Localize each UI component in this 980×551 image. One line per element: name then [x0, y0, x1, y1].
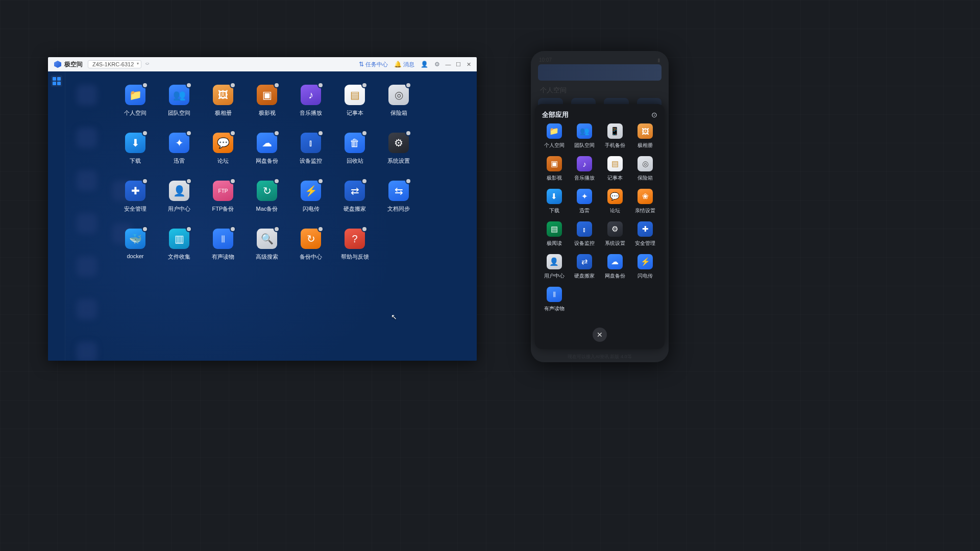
- bell-icon: 🔔: [394, 61, 402, 68]
- close-button[interactable]: ✕: [465, 61, 472, 68]
- phone-app-forum[interactable]: 💬论坛: [601, 189, 629, 214]
- brand-logo-icon: [54, 61, 61, 68]
- app-label: 闪电传: [638, 272, 653, 280]
- task-center-button[interactable]: ⇅ 任务中心: [359, 61, 388, 68]
- app-label: 团队空间: [574, 142, 595, 149]
- music-icon: ♪: [577, 156, 592, 171]
- flash-transfer-icon: ⚡: [638, 254, 653, 269]
- overlay-close-button[interactable]: ✕: [593, 328, 607, 342]
- badge-icon: [405, 130, 411, 136]
- app-xunlei[interactable]: ✦迅雷: [157, 132, 201, 179]
- app-cloud-backup[interactable]: ☁网盘备份: [245, 132, 289, 179]
- overlay-settings-button[interactable]: ⊙: [651, 111, 657, 119]
- app-label: 闪电传: [303, 205, 320, 213]
- phone-app-flash-transfer[interactable]: ⚡闪电传: [631, 254, 660, 280]
- app-settings[interactable]: ⚙系统设置: [377, 132, 421, 179]
- app-help[interactable]: ?帮助与反馈: [333, 228, 377, 274]
- app-search[interactable]: 🔍高级搜索: [245, 228, 289, 274]
- app-label: 安全管理: [635, 240, 655, 247]
- phone-app-album[interactable]: 🖼极相册: [631, 123, 660, 149]
- app-file-collect[interactable]: ▥文件收集: [157, 228, 201, 274]
- app-safe[interactable]: ◎保险箱: [377, 84, 421, 131]
- minimize-button[interactable]: —: [445, 61, 452, 67]
- app-download[interactable]: ⬇下载: [113, 132, 157, 179]
- app-monitor[interactable]: ⫾设备监控: [289, 132, 333, 179]
- team-folder-icon: 👥: [577, 123, 592, 139]
- app-label: Mac备份: [256, 205, 278, 213]
- app-user-center[interactable]: 👤用户中心: [157, 180, 201, 227]
- phone-app-phone-backup[interactable]: 📱手机备份: [601, 123, 629, 149]
- forum-icon: 💬: [607, 189, 623, 204]
- app-mac-backup[interactable]: ↻Mac备份: [245, 180, 289, 227]
- maximize-button[interactable]: ☐: [455, 61, 462, 68]
- transfer-icon: ⇅: [359, 61, 364, 68]
- wifi-icon: ⌔: [145, 61, 149, 68]
- flash-transfer-icon: ⚡: [301, 181, 321, 201]
- app-folder[interactable]: 📁个人空间: [113, 84, 157, 131]
- folder-icon: 📁: [547, 123, 562, 139]
- phone-mock: 10:07 ▮ 个人空间 全部应用 ⊙ 📁个人空间👥团队空间📱手机备份🖼极相册▣…: [531, 51, 669, 362]
- app-notes[interactable]: ▤记事本: [333, 84, 377, 131]
- messages-button[interactable]: 🔔 消息: [394, 61, 414, 68]
- phone-app-xunlei[interactable]: ✦迅雷: [571, 189, 599, 214]
- phone-app-reader[interactable]: ▤极阅读: [540, 221, 569, 247]
- ftp-icon: FTP: [213, 181, 233, 201]
- phone-app-disk-move[interactable]: ⇄硬盘搬家: [571, 254, 599, 280]
- phone-app-user-center[interactable]: 👤用户中心: [540, 254, 569, 280]
- app-backup-center[interactable]: ↻备份中心: [289, 228, 333, 274]
- phone-app-notes[interactable]: ▤记事本: [601, 156, 629, 182]
- app-music[interactable]: ♪音乐播放: [289, 84, 333, 131]
- app-label: 安全管理: [124, 205, 146, 213]
- apps-rail-button[interactable]: [51, 76, 62, 87]
- app-team-folder[interactable]: 👥团队空间: [157, 84, 201, 131]
- phone-app-monitor[interactable]: ⫾设备监控: [571, 221, 599, 247]
- app-label: 论坛: [217, 157, 229, 165]
- app-ftp[interactable]: FTPFTP备份: [201, 180, 245, 227]
- phone-app-audiobook[interactable]: ⦀有声读物: [540, 287, 569, 312]
- phone-app-folder[interactable]: 📁个人空间: [540, 123, 569, 149]
- monitor-icon: ⫾: [301, 133, 321, 153]
- app-label: 有声读物: [212, 253, 234, 261]
- phone-app-grid: 📁个人空间👥团队空间📱手机备份🖼极相册▣极影视♪音乐播放▤记事本◎保险箱⬇下载✦…: [540, 123, 659, 312]
- app-disk-move[interactable]: ⇄硬盘搬家: [333, 180, 377, 227]
- app-docker[interactable]: 🐳docker: [113, 228, 157, 274]
- phone-app-video[interactable]: ▣极影视: [540, 156, 569, 182]
- app-video[interactable]: ▣极影视: [245, 84, 289, 131]
- phone-app-cloud-backup[interactable]: ☁网盘备份: [601, 254, 629, 280]
- settings-icon: ⚙: [388, 133, 409, 153]
- forum-icon: 💬: [213, 133, 233, 153]
- phone-section-title: 个人空间: [540, 86, 567, 95]
- app-security[interactable]: ✚安全管理: [113, 180, 157, 227]
- messages-label: 消息: [403, 61, 414, 68]
- phone-app-download[interactable]: ⬇下载: [540, 189, 569, 214]
- app-label: 极影视: [259, 109, 276, 117]
- app-label: 音乐播放: [300, 109, 322, 117]
- phone-app-music[interactable]: ♪音乐播放: [571, 156, 599, 182]
- user-button[interactable]: 👤: [421, 61, 428, 68]
- phone-app-safe[interactable]: ◎保险箱: [631, 156, 660, 182]
- folder-icon: 📁: [125, 85, 145, 105]
- app-doc-sync[interactable]: ⇆文档同步: [377, 180, 421, 227]
- app-label: 网盘备份: [256, 157, 278, 165]
- app-forum[interactable]: 💬论坛: [201, 132, 245, 179]
- badge-icon: [361, 178, 368, 184]
- app-label: 论坛: [610, 207, 620, 214]
- badge-icon: [274, 82, 280, 88]
- download-icon: ⬇: [125, 133, 145, 153]
- settings-button[interactable]: ⚙: [434, 61, 440, 68]
- phone-app-team-folder[interactable]: 👥团队空间: [571, 123, 599, 149]
- device-selector[interactable]: Z4S-1KRC-6312: [88, 60, 141, 68]
- app-audiobook[interactable]: ⦀有声读物: [201, 228, 245, 274]
- phone-app-settings[interactable]: ⚙系统设置: [601, 221, 629, 247]
- app-trash[interactable]: 🗑回收站: [333, 132, 377, 179]
- app-flash-transfer[interactable]: ⚡闪电传: [289, 180, 333, 227]
- side-rail: [48, 71, 65, 361]
- badge-icon: [361, 226, 368, 232]
- blurred-bg-column: [77, 85, 97, 361]
- phone-app-security[interactable]: ✚安全管理: [631, 221, 660, 247]
- phone-app-family[interactable]: ❀亲情设置: [631, 189, 660, 214]
- app-label: 亲情设置: [635, 207, 655, 214]
- badge-icon: [405, 82, 411, 88]
- app-label: 团队空间: [168, 109, 190, 117]
- app-album[interactable]: 🖼极相册: [201, 84, 245, 131]
